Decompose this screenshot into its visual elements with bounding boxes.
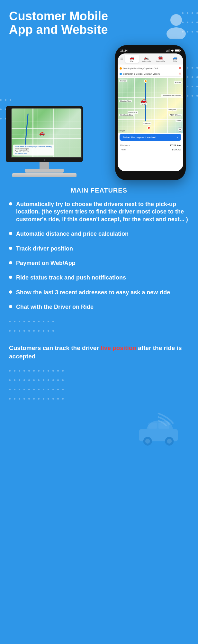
svg-rect-15 [148, 422, 157, 429]
phone-status-bar: 11:24 [118, 49, 183, 52]
bullet-icon [9, 247, 12, 250]
dropoff-input-row: Charleston & Google, Mountain View, C ✕ [120, 71, 181, 77]
feature-text: Chat with the Driver on Ride [16, 303, 94, 311]
svg-rect-5 [169, 49, 169, 52]
payment-button[interactable]: Select the payment method › [120, 134, 181, 141]
svg-rect-8 [175, 50, 179, 51]
distance-value: 17.28 km [170, 144, 181, 147]
pickup-input-row: One Apple Park Way, Cupertino, CA 9 ✕ [120, 66, 181, 71]
pickup-clear-button[interactable]: ✕ [179, 67, 181, 70]
list-item: Ride status track and push notifications [9, 274, 189, 281]
tab-motorcycle[interactable]: 🏍️ Motorcycle [140, 55, 153, 63]
list-item: Payment on Web/App [9, 260, 189, 267]
bullet-icon [9, 261, 12, 264]
total-value: $ 27.42 [172, 148, 181, 151]
distance-label: Distance [120, 144, 130, 147]
bullet-icon [9, 305, 12, 308]
pickup-dot [120, 67, 122, 70]
svg-rect-3 [167, 50, 167, 52]
bullet-icon [9, 232, 12, 235]
list-item: Automatically try to choose the drivers … [9, 201, 189, 223]
bottom-illustration [9, 409, 189, 447]
map-compass: ⊕ [178, 127, 182, 132]
vehicle-tabs: ☰ 🚗 Car 🏍️ Motorcycle 🚘 Luxury Car [118, 53, 183, 64]
tab-car[interactable]: 🚗 Car [125, 55, 139, 63]
features-section: MAIN FEATURES Automatically try to choos… [9, 187, 189, 311]
features-title: MAIN FEATURES [9, 187, 189, 194]
phone-time: 11:24 [120, 49, 128, 52]
tab-suv[interactable]: 🚙 SUV [168, 55, 182, 63]
devices-section: 🚗 Driver Name is heading to your locatio… [9, 45, 189, 180]
phone-screen: ☰ 🚗 Car 🏍️ Motorcycle 🚘 Luxury Car [118, 53, 183, 171]
svg-rect-9 [180, 50, 181, 51]
cta-text-before: Customers can track the driver [9, 345, 101, 351]
page-title: Customer Mobile App and Website [9, 10, 131, 37]
total-label: Total [120, 148, 126, 151]
svg-point-0 [170, 14, 182, 26]
phone-status-icons [166, 49, 181, 52]
svg-rect-16 [158, 422, 169, 429]
svg-point-6 [172, 51, 173, 52]
svg-rect-4 [168, 50, 168, 52]
hamburger-icon[interactable]: ☰ [119, 56, 124, 61]
feature-text: Payment on Web/App [16, 260, 76, 267]
bottom-cta: Customers can track the driver live posi… [9, 344, 189, 361]
bullet-icon [9, 202, 12, 205]
feature-text: Ride status track and push notifications [16, 274, 126, 281]
feature-text: Track driver position [16, 245, 73, 252]
dropoff-clear-button[interactable]: ✕ [179, 72, 181, 75]
dropoff-dot [120, 73, 122, 75]
pickup-address: One Apple Park Way, Cupertino, CA 9 [123, 67, 177, 70]
live-highlight: live position [101, 345, 136, 351]
list-item: Automatic distance and price calculation [9, 230, 189, 238]
mobile-phone: 11:24 ☰ 🚗 Car [115, 45, 186, 180]
desktop-monitor: 🚗 Driver Name is heading to your locatio… [6, 106, 83, 177]
list-item: Chat with the Driver on Ride [9, 303, 189, 311]
feature-text: Automatic distance and price calculation [16, 230, 129, 238]
bullet-icon [9, 276, 12, 279]
features-list: Automatically try to choose the drivers … [9, 201, 189, 311]
svg-point-13 [145, 439, 150, 443]
list-item: Show the last 3 recent addresses to easy… [9, 289, 189, 296]
svg-point-14 [167, 439, 172, 443]
feature-text: Show the last 3 recent addresses to easy… [16, 289, 170, 296]
location-inputs: One Apple Park Way, Cupertino, CA 9 ✕ Ch… [118, 64, 183, 78]
list-item: Track driver position [9, 245, 189, 252]
feature-text: Automatically try to choose the drivers … [16, 201, 189, 223]
bullet-icon [9, 290, 12, 294]
tab-luxury-car[interactable]: 🚘 Luxury Car [154, 55, 168, 63]
page-header: Customer Mobile App and Website [9, 10, 189, 39]
svg-rect-2 [166, 51, 166, 52]
trip-info: Distance 17.28 km Total $ 27.42 [118, 142, 183, 153]
dropoff-address: Charleston & Google, Mountain View, C [123, 73, 177, 75]
phone-map: Fremont ALVISO Mountain View California'… [118, 78, 183, 133]
